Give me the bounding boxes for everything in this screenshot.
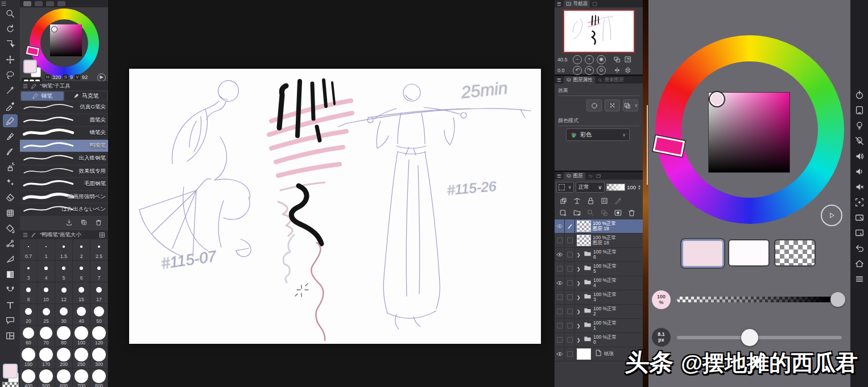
layer-visibility-toggle[interactable]	[555, 276, 565, 290]
brush-size-1[interactable]: 1	[38, 239, 55, 261]
companion-opacity-slider[interactable]	[677, 297, 842, 302]
brush-size-300[interactable]: 300	[90, 347, 108, 369]
brush-size-8[interactable]: 8	[20, 282, 38, 304]
expand-arrow[interactable]: ❯	[575, 338, 582, 343]
layer-row-图层 19[interactable]: 100 %正常图层 19	[555, 219, 643, 234]
rotate-right-button[interactable]: ↷	[585, 66, 594, 75]
color-panel-mode-icon[interactable]	[821, 205, 842, 226]
tab-search-layer[interactable]: 搜索图层	[597, 77, 624, 84]
brush-size-600[interactable]: 600	[55, 369, 73, 387]
navigator-thumbnail[interactable]	[563, 10, 635, 53]
layer-edit-state[interactable]	[565, 290, 575, 304]
brush-item-8[interactable]: はみ出さないペン	[20, 203, 108, 217]
brush-size-3[interactable]: 3	[20, 261, 38, 282]
brush-item-4[interactable]: 出入锋钢笔	[20, 152, 108, 165]
tab-layers[interactable]: 图层	[564, 172, 585, 180]
new-layer-icon[interactable]	[559, 209, 568, 217]
brush-size-700[interactable]: 700	[73, 369, 90, 387]
tool-blend[interactable]	[3, 206, 18, 219]
tool-eyedropper[interactable]	[3, 99, 18, 112]
layer-visibility-toggle[interactable]	[555, 319, 565, 332]
layer-edit-state[interactable]	[565, 347, 575, 361]
device-window-capture-button[interactable]	[854, 213, 865, 223]
tool-decoration[interactable]	[3, 176, 18, 189]
brush-size-5[interactable]: 5	[55, 261, 73, 282]
layer-visibility-toggle[interactable]	[555, 219, 565, 233]
duplicate-icon[interactable]	[80, 219, 88, 226]
sv-cursor[interactable]	[51, 26, 57, 32]
brush-size-2[interactable]: 2	[73, 239, 90, 261]
tool-move[interactable]	[3, 53, 18, 66]
layer-row-图层 18[interactable]: 100 %正常图层 18	[555, 234, 643, 248]
brush-item-1[interactable]: 圆笔尖	[20, 114, 108, 127]
tool-zoom[interactable]	[3, 7, 18, 20]
tool-pen[interactable]	[3, 114, 18, 127]
companion-size-slider[interactable]	[677, 336, 842, 339]
layer-edit-state[interactable]	[565, 234, 575, 247]
subtool-menu-icon[interactable]: ☰	[23, 83, 28, 89]
brush-size-120[interactable]: 120	[90, 326, 108, 347]
tool-inking-pen[interactable]	[3, 130, 18, 143]
layer-visibility-toggle[interactable]	[555, 305, 565, 318]
brush-size-17[interactable]: 17	[90, 282, 108, 304]
layer-row-0[interactable]: ❯100 %正常0	[555, 333, 643, 347]
brush-size-80[interactable]: 80	[55, 326, 73, 347]
brush-size-0.7[interactable]: 0.7	[20, 239, 38, 261]
brush-size-50[interactable]: 50	[90, 304, 108, 326]
swatch-white[interactable]	[728, 239, 770, 267]
tool-eraser[interactable]	[3, 191, 18, 204]
layer-color-button[interactable]: ∨	[623, 99, 638, 111]
expand-arrow[interactable]: ❯	[575, 295, 582, 300]
device-bulb-off-button[interactable]	[854, 136, 865, 146]
layer-row-5[interactable]: ❯100 %正常5	[555, 262, 643, 276]
tab-layer-history[interactable]	[588, 173, 593, 179]
tool-rotate-canvas[interactable]	[3, 22, 18, 35]
rotate-left-button[interactable]: ↶	[573, 66, 582, 75]
fit-window-button[interactable]	[624, 56, 632, 63]
layer-row-4[interactable]: ❯100 %正常4	[555, 276, 643, 290]
navigator-menu-icon[interactable]: ☰	[557, 1, 561, 7]
layer-edit-state[interactable]	[565, 319, 575, 332]
expand-arrow[interactable]: ❯	[575, 281, 582, 286]
layer-edit-state[interactable]	[565, 333, 575, 347]
tool-text[interactable]	[3, 298, 18, 311]
device-tablet-button[interactable]	[854, 105, 865, 115]
device-power-button[interactable]	[854, 90, 865, 100]
hue-marker[interactable]	[26, 46, 39, 56]
brush-size-60[interactable]: 60	[20, 326, 38, 347]
layer-mask-icon[interactable]	[614, 209, 622, 217]
expand-arrow[interactable]: ❯	[575, 309, 582, 314]
main-color-swatch[interactable]	[23, 60, 37, 73]
tool-airbrush[interactable]	[3, 160, 18, 173]
tab-marker[interactable]: 马克笔	[65, 91, 108, 101]
device-home-button[interactable]	[854, 259, 865, 269]
lock-transparent-icon[interactable]	[600, 197, 609, 205]
layers-menu-icon[interactable]: ☰	[557, 173, 561, 179]
brush-item-0[interactable]: 仿真G笔尖	[20, 101, 108, 114]
device-volume-high-button[interactable]	[854, 151, 865, 161]
brush-size-15[interactable]: 15	[73, 282, 90, 304]
trash-icon[interactable]	[95, 219, 102, 226]
draft-layer-icon[interactable]	[614, 197, 622, 205]
zoom-100-button[interactable]: ◉	[597, 55, 606, 64]
tab-pen[interactable]: 钢笔	[21, 91, 64, 101]
flip-horizontal-button[interactable]	[613, 66, 621, 74]
palette-dropdown[interactable]: ∨	[556, 182, 574, 193]
brush-size-150[interactable]: 150	[20, 347, 38, 369]
brush-size-1.5[interactable]: 1.5	[55, 239, 73, 261]
tool-frame[interactable]	[3, 283, 18, 296]
swatch-pink[interactable]	[681, 239, 724, 268]
tab-color-mixer-icon[interactable]	[46, 1, 54, 6]
toolbar-menu-icon[interactable]: ☰	[1, 1, 6, 7]
brush-size-2.5[interactable]: 2.5	[90, 239, 108, 261]
brush-size-12[interactable]: 12	[55, 282, 73, 304]
size-slider-handle[interactable]	[741, 329, 758, 346]
tab-color-set-icon[interactable]	[35, 1, 43, 6]
brush-size-200[interactable]: 200	[55, 347, 73, 369]
brush-size-20[interactable]: 20	[20, 304, 38, 326]
merge-down-icon[interactable]	[600, 209, 609, 217]
tool-auto-select[interactable]	[3, 84, 18, 97]
layer-visibility-toggle[interactable]	[555, 262, 565, 276]
brush-size-40[interactable]: 40	[73, 304, 90, 326]
expand-arrow[interactable]: ❯	[575, 323, 582, 328]
